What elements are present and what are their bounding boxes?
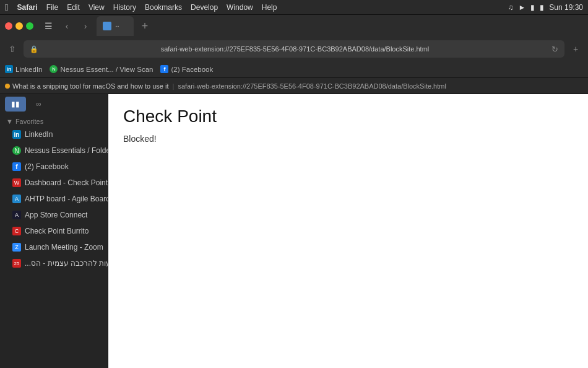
sidebar-checkpoint-wiki-label: Dashboard - Check Point Wiki — [25, 178, 108, 187]
bookmark-facebook[interactable]: f (2) Facebook — [160, 65, 213, 73]
menu-edit[interactable]: Edit — [67, 3, 80, 12]
bookmark-facebook-label: (2) Facebook — [171, 66, 213, 73]
menu-window[interactable]: Window — [227, 3, 253, 12]
menu-safari[interactable]: Safari — [17, 3, 37, 12]
apple-menu[interactable]:  — [5, 2, 8, 12]
tab-label: ·· — [115, 22, 119, 30]
sidebar-item-facebook[interactable]: f (2) Facebook — [0, 159, 108, 175]
active-tab[interactable]: ·· — [97, 16, 134, 36]
nessus-sidebar-icon: N — [12, 146, 21, 155]
appstore-icon: A — [12, 211, 21, 219]
menu-view[interactable]: View — [89, 3, 105, 12]
linkedin-sidebar-icon: in — [12, 130, 21, 139]
sidebar-section-favorites: ▼ Favorites — [0, 114, 108, 126]
history-blocksite-label: safari-web-extension://275EF835-5E56-4F0… — [178, 82, 446, 90]
url-display[interactable]: safari-web-extension://275EF835-5E56-4F0… — [42, 45, 548, 53]
menu-bookmarks[interactable]: Bookmarks — [145, 3, 182, 12]
address-bar-row: ⇧ 🔒 safari-web-extension://275EF835-5E56… — [0, 37, 588, 61]
menu-file[interactable]: File — [46, 3, 58, 12]
facebook-sidebar-icon: f — [12, 162, 21, 171]
new-tab-toolbar-button[interactable]: + — [568, 42, 583, 56]
sidebar-view-tabs[interactable]: ▮▮ — [5, 97, 26, 112]
history-snipping-label: What is a snipping tool for macOS and ho… — [12, 82, 169, 90]
chevron-down-icon: ▼ — [6, 118, 13, 125]
menu-help[interactable]: Help — [262, 3, 277, 12]
history-item-blocksite[interactable]: safari-web-extension://275EF835-5E56-4F0… — [178, 82, 446, 90]
sidebar-ahtp-label: AHTP board - Agile Board - Check Po... — [25, 195, 108, 203]
zoom-icon: Z — [12, 243, 21, 252]
lock-icon: 🔒 — [30, 45, 38, 53]
sidebar-item-hebrew[interactable]: 25 25 תיקי השקעות להרכבה עצמית - הס... — [0, 255, 108, 271]
sidebar-toggle[interactable]: ☰ — [41, 19, 56, 33]
sidebar-zoom-label: Launch Meeting - Zoom — [25, 243, 103, 252]
sidebar-header: ▮▮ ∞ — [0, 94, 108, 114]
checkpoint-wiki-icon: W — [12, 178, 21, 187]
bookmarks-bar: in LinkedIn N Nessus Essent... / View Sc… — [0, 61, 588, 78]
share-button[interactable]: ⇧ — [5, 42, 20, 56]
sidebar-appstore-label: App Store Connect — [25, 211, 87, 219]
battery-icon: ▮ — [530, 3, 535, 12]
nessus-favicon: N — [50, 65, 58, 73]
sidebar-item-linkedin[interactable]: in LinkedIn — [0, 126, 108, 142]
sidebar-checkpoint-burrito-label: Check Point Burrito — [25, 227, 89, 235]
menu-history[interactable]: History — [113, 3, 136, 12]
close-button[interactable] — [5, 22, 12, 30]
menu-develop[interactable]: Develop — [191, 3, 218, 12]
minimize-button[interactable] — [15, 22, 23, 30]
fullscreen-button[interactable] — [26, 22, 33, 30]
snipping-icon — [5, 84, 10, 89]
sidebar-linkedin-label: LinkedIn — [25, 130, 53, 139]
sidebar-item-zoom[interactable]: Z Launch Meeting - Zoom — [0, 239, 108, 255]
reload-button[interactable]: ↻ — [551, 45, 558, 54]
forward-button[interactable]: › — [78, 19, 93, 33]
history-item-snipping[interactable]: What is a snipping tool for macOS and ho… — [5, 82, 169, 90]
history-bar: What is a snipping tool for macOS and ho… — [0, 78, 588, 94]
facebook-favicon: f — [160, 65, 168, 73]
sidebar-hebrew-label: 25 תיקי השקעות להרכבה עצמית - הס... — [25, 259, 108, 268]
sidebar-facebook-label: (2) Facebook — [25, 162, 69, 171]
bookmark-nessus-label: Nessus Essent... / View Scan — [60, 66, 153, 73]
linkedin-favicon: in — [5, 65, 13, 73]
history-separator: | — [173, 82, 175, 90]
sidebar-view-bookmarks[interactable]: ∞ — [30, 97, 48, 112]
hebrew-icon: 25 — [12, 259, 21, 268]
sidebar-item-appstore[interactable]: A App Store Connect — [0, 207, 108, 223]
ahtp-icon: A — [12, 195, 21, 203]
content-area: Check Point Blocked! — [108, 94, 588, 368]
wifi-status: ► — [518, 3, 525, 12]
traffic-lights — [5, 22, 33, 30]
new-tab-button[interactable]: + — [137, 19, 152, 33]
bluetooth-icon: ♫ — [508, 3, 513, 12]
bookmark-linkedin-label: LinkedIn — [15, 66, 42, 73]
sidebar-item-checkpoint-burrito[interactable]: C Check Point Burrito — [0, 223, 108, 239]
sidebar: ▮▮ ∞ ▼ Favorites in LinkedIn N Nessus Es… — [0, 94, 108, 368]
bookmark-nessus[interactable]: N Nessus Essent... / View Scan — [50, 65, 153, 73]
battery-percent: ▮ — [540, 3, 544, 12]
sidebar-item-nessus[interactable]: N Nessus Essentials / Folders / View... — [0, 142, 108, 159]
address-bar[interactable]: 🔒 safari-web-extension://275EF835-5E56-4… — [24, 40, 564, 58]
tab-favicon — [103, 22, 111, 30]
sidebar-item-checkpoint-wiki[interactable]: W Dashboard - Check Point Wiki — [0, 175, 108, 191]
bookmark-linkedin[interactable]: in LinkedIn — [5, 65, 42, 73]
clock: Sun 19:30 — [549, 3, 583, 12]
section-label: Favorites — [15, 118, 43, 125]
blocked-text: Blocked! — [123, 134, 573, 144]
page-title: Check Point — [123, 107, 573, 126]
menu-bar:  Safari File Edit View History Bookmark… — [0, 0, 588, 15]
back-button[interactable]: ‹ — [59, 19, 74, 33]
main-layout: ▮▮ ∞ ▼ Favorites in LinkedIn N Nessus Es… — [0, 94, 588, 368]
tab-bar: ☰ ‹ › ·· + — [0, 15, 588, 37]
sidebar-nessus-label: Nessus Essentials / Folders / View... — [25, 146, 108, 155]
checkpoint-burrito-icon: C — [12, 227, 21, 235]
sidebar-item-ahtp[interactable]: A AHTP board - Agile Board - Check Po... — [0, 191, 108, 207]
menu-right: ♫ ► ▮ ▮ Sun 19:30 — [508, 3, 583, 12]
menu-items: Safari File Edit View History Bookmarks … — [17, 3, 277, 12]
